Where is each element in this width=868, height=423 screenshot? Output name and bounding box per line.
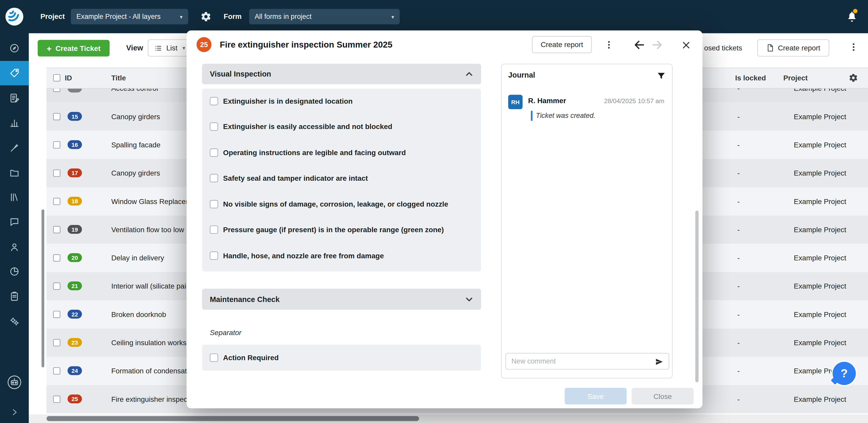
modal-create-report-label: Create report (541, 40, 583, 49)
sidebar-collapse-button[interactable] (0, 400, 29, 423)
sidebar-item-support[interactable] (0, 370, 29, 394)
sidebar-item-feedback[interactable] (0, 210, 29, 234)
header-title[interactable]: Title (111, 68, 126, 88)
row-checkbox[interactable] (53, 254, 60, 262)
row-checkbox[interactable] (53, 170, 60, 177)
vertical-scrollbar-thumb[interactable] (41, 209, 44, 367)
sidebar-item-settings[interactable] (0, 309, 29, 334)
project-dropdown[interactable]: Example Project - All layers ▾ (71, 9, 188, 24)
section-maintenance-check[interactable]: Maintenance Check (202, 288, 481, 310)
checklist-checkbox[interactable] (210, 225, 218, 234)
save-button[interactable]: Save (565, 388, 627, 404)
sidebar-item-dashboard[interactable] (0, 36, 29, 60)
checklist-checkbox[interactable] (210, 122, 218, 131)
row-checkbox[interactable] (53, 396, 60, 403)
row-checkbox[interactable] (53, 283, 60, 290)
forms-icon (9, 92, 20, 104)
sidebar-item-reports[interactable] (0, 259, 29, 284)
sidebar-item-library[interactable] (0, 185, 29, 209)
closed-tickets-label[interactable]: osed tickets (704, 40, 742, 56)
modal-title: Fire extinguisher inspection Summer 2025 (220, 37, 393, 52)
action-required-checkbox[interactable] (210, 354, 218, 362)
create-ticket-button[interactable]: + Create Ticket (38, 40, 110, 56)
checklist-checkbox[interactable] (210, 200, 218, 208)
row-checkbox[interactable] (53, 113, 60, 120)
checklist-checkbox[interactable] (210, 148, 218, 157)
create-report-label: Create report (778, 44, 820, 52)
sidebar-item-tickets[interactable] (0, 61, 29, 85)
checklist-item-label: Extinguisher is easily accessible and no… (223, 122, 393, 131)
checklist-checkbox[interactable] (210, 174, 218, 182)
create-report-button[interactable]: Create report (757, 39, 829, 56)
notifications-bell-icon[interactable] (846, 10, 858, 23)
previous-ticket-arrow-icon[interactable] (633, 38, 646, 52)
next-ticket-arrow-icon[interactable] (650, 38, 664, 52)
ticket-id-badge: 16 (67, 140, 82, 149)
column-settings-gear-icon[interactable] (848, 73, 858, 85)
project-settings-gear-icon[interactable] (200, 11, 212, 22)
ticket-project: Example Project (794, 88, 846, 103)
checklist-item-label: Action Required (223, 354, 279, 362)
ticket-project: Example Project (794, 103, 846, 131)
row-checkbox[interactable] (53, 141, 60, 148)
close-button[interactable]: Close (632, 388, 693, 404)
modal-scrollbar-thumb[interactable] (695, 210, 699, 382)
close-icon[interactable] (679, 38, 692, 52)
more-options-kebab-icon[interactable] (848, 42, 859, 52)
sidebar-item-tools[interactable] (0, 136, 29, 160)
section-visual-inspection[interactable]: Visual Inspection (202, 64, 481, 84)
modal-create-report-button[interactable]: Create report (532, 36, 592, 53)
avatar: RH (508, 95, 523, 109)
sidebar-item-statistics[interactable] (0, 111, 29, 135)
header-is-locked[interactable]: Is locked (735, 68, 766, 88)
checklist-item: Safety seal and tamper indicator are int… (210, 174, 368, 182)
sidebar-item-forms[interactable] (0, 86, 29, 110)
help-button[interactable]: ? (833, 362, 856, 385)
header-id[interactable]: ID (65, 68, 72, 88)
sidebar-item-documents[interactable] (0, 161, 29, 185)
ticket-project: Example Project (794, 272, 846, 300)
ticket-id-badge: 20 (67, 253, 82, 262)
chevron-down-icon: ▾ (392, 14, 394, 20)
app-window: Project Example Project - All layers ▾ F… (0, 0, 868, 423)
visual-inspection-checklist: Extinguisher is in designated locationEx… (202, 89, 481, 272)
chevron-up-icon (465, 70, 473, 78)
ticket-id-badge: 21 (67, 282, 82, 290)
horizontal-scrollbar-thumb[interactable] (46, 416, 419, 421)
tools-icon (9, 142, 20, 153)
row-checkbox[interactable] (53, 367, 60, 375)
top-bar: Project Example Project - All layers ▾ F… (0, 0, 868, 33)
row-checkbox[interactable] (53, 311, 60, 318)
journal-filter-funnel-icon[interactable] (655, 70, 666, 81)
header-project[interactable]: Project (783, 68, 808, 88)
row-checkbox[interactable] (53, 198, 60, 205)
checklist-item: Extinguisher is in designated location (210, 97, 352, 105)
ticket-id-badge: 18 (67, 197, 82, 205)
clipboard-icon (9, 291, 20, 302)
ticket-is-locked: - (737, 300, 740, 328)
view-list-dropdown[interactable]: List ▾ (148, 39, 192, 56)
checklist-checkbox[interactable] (210, 97, 218, 105)
select-all-checkbox[interactable] (53, 74, 60, 81)
ticket-is-locked: - (737, 88, 740, 103)
ticket-id-badge: 19 (67, 225, 82, 234)
app-logo[interactable] (4, 6, 25, 29)
section-title: Maintenance Check (210, 295, 280, 303)
checklist-item-label: Extinguisher is in designated location (223, 97, 353, 105)
send-comment-icon[interactable] (654, 357, 664, 367)
ticket-id-badge: 15 (67, 112, 82, 121)
journal-author: R. Hammer (528, 96, 566, 105)
ticket-is-locked: - (737, 357, 740, 385)
checklist-checkbox[interactable] (210, 252, 218, 260)
row-checkbox[interactable] (53, 339, 60, 346)
ticket-title: Access control (111, 88, 158, 103)
section-title: Visual Inspection (210, 70, 271, 78)
row-checkbox[interactable] (53, 226, 60, 233)
new-comment-input[interactable] (505, 353, 669, 369)
sidebar-item-clipboard[interactable] (0, 284, 29, 308)
modal-kebab-menu-icon[interactable] (603, 39, 615, 51)
sidebar-item-contacts[interactable] (0, 235, 29, 259)
journal-entry-quote-bar (531, 111, 532, 121)
documents-folder-icon (9, 167, 20, 178)
form-dropdown[interactable]: All forms in project ▾ (249, 9, 400, 24)
